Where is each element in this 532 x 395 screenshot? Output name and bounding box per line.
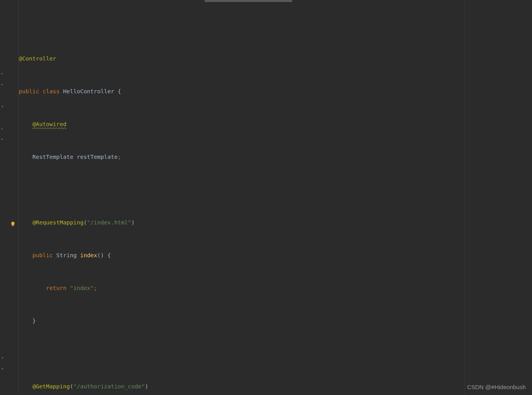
fold-icon[interactable]: ◂ <box>1 352 3 363</box>
editor-gutter: ▸ ▸ ◂ ▸ ▸ ◂ ◂ <box>0 0 19 395</box>
svg-rect-0 <box>12 226 14 226</box>
fold-icon[interactable]: ◂ <box>1 101 3 112</box>
fold-icon[interactable]: ▸ <box>1 133 3 144</box>
watermark: CSDN @#Hideonbush <box>467 382 526 393</box>
code-editor: ▸ ▸ ◂ ▸ ▸ ◂ ◂ @Controller public class H… <box>0 0 532 395</box>
lightbulb-icon[interactable] <box>10 219 16 225</box>
annotation: @Controller <box>19 55 56 62</box>
fold-icon[interactable]: ▸ <box>1 123 3 134</box>
annotation: @Autowired <box>32 121 66 127</box>
fold-icon[interactable]: ▸ <box>1 68 3 79</box>
fold-icon[interactable]: ◂ <box>1 363 3 374</box>
fold-icon[interactable]: ▸ <box>1 79 3 90</box>
code-area[interactable]: @Controller public class HelloController… <box>19 0 532 395</box>
